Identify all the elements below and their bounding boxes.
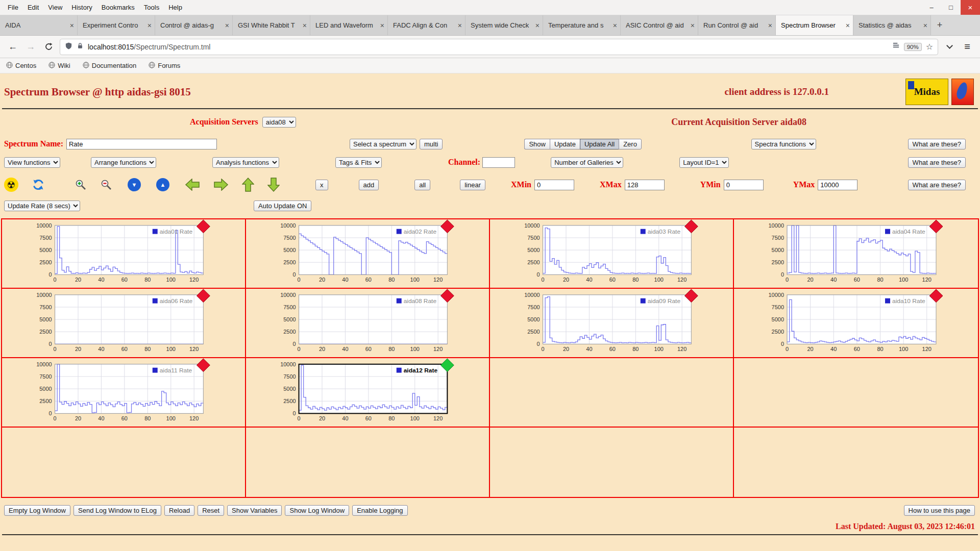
spectrum-plot[interactable]: 025005000750010000020406080100120 aida03…: [490, 219, 733, 288]
lock-icon[interactable]: [77, 42, 84, 52]
shield-icon[interactable]: [65, 42, 72, 52]
url-bar[interactable]: localhost:8015/Spectrum/Spectrum.tml 90%…: [60, 39, 938, 55]
arrow-left-icon[interactable]: [185, 179, 200, 191]
url-text[interactable]: localhost:8015/Spectrum/Spectrum.tml: [88, 43, 888, 51]
library-chevron-icon[interactable]: [943, 45, 956, 48]
tab-close-icon[interactable]: ×: [380, 21, 384, 30]
menu-bookmarks[interactable]: Bookmarks: [97, 4, 139, 11]
log-button-show-log-window[interactable]: Show Log Window: [285, 505, 349, 516]
arrow-up-icon[interactable]: [242, 177, 254, 192]
menu-file[interactable]: File: [3, 4, 23, 11]
bookmark-centos[interactable]: Centos: [6, 62, 36, 70]
spectrum-cell-aida06[interactable]: 025005000750010000020406080100120 aida06…: [2, 289, 246, 358]
show-button[interactable]: Show: [524, 139, 550, 149]
log-button-reset[interactable]: Reset: [198, 505, 224, 516]
spectrum-plot[interactable]: 025005000750010000020406080100120 aida02…: [246, 219, 489, 288]
spectra-functions-dropdown[interactable]: Spectra functions: [751, 139, 816, 149]
zoom-in-icon[interactable]: [75, 179, 87, 191]
reader-view-icon[interactable]: [892, 42, 900, 52]
back-icon[interactable]: ←: [6, 41, 19, 52]
what-are-these-button-3[interactable]: What are these?: [908, 180, 966, 190]
tcl-powered-logo[interactable]: [951, 79, 974, 105]
tab-close-icon[interactable]: ×: [691, 21, 695, 30]
tab-statistics-aidas[interactable]: Statistics @ aidas×: [853, 15, 931, 35]
view-functions-dropdown[interactable]: View functions: [4, 157, 60, 168]
spectrum-cell-aida01[interactable]: 025005000750010000020406080100120 aida01…: [2, 219, 246, 289]
linear-button[interactable]: linear: [460, 180, 485, 190]
menu-help[interactable]: Help: [164, 4, 187, 11]
tags-fits-dropdown[interactable]: Tags & Fits: [335, 157, 382, 168]
menu-tools[interactable]: Tools: [139, 4, 164, 11]
bookmark-star-icon[interactable]: ☆: [926, 42, 933, 52]
tab-led-and-waveform[interactable]: LED and Waveform×: [310, 15, 388, 35]
zoom-indicator[interactable]: 90%: [904, 43, 922, 51]
tab-temperature-and-s[interactable]: Temperature and s×: [543, 15, 621, 35]
menu-history[interactable]: History: [67, 4, 96, 11]
multi-button[interactable]: multi: [420, 139, 443, 149]
menu-edit[interactable]: Edit: [23, 4, 43, 11]
spectrum-cell-aida02[interactable]: 025005000750010000020406080100120 aida02…: [246, 219, 490, 289]
spectrum-plot[interactable]: 025005000750010000020406080100120 aida01…: [2, 219, 245, 288]
what-are-these-button-1[interactable]: What are these?: [908, 139, 966, 149]
update-all-button[interactable]: Update All: [580, 139, 619, 149]
close-window-button[interactable]: ×: [961, 0, 980, 15]
radiation-icon[interactable]: ☢: [4, 178, 18, 192]
tab-control-aidas-g[interactable]: Control @ aidas-g×: [155, 15, 233, 35]
arrange-functions-dropdown[interactable]: Arrange functions: [91, 157, 156, 168]
spectrum-plot[interactable]: 025005000750010000020406080100120 aida04…: [734, 219, 978, 288]
spectrum-plot[interactable]: 025005000750010000020406080100120 aida06…: [2, 289, 245, 357]
spectrum-cell-aida10[interactable]: 025005000750010000020406080100120 aida10…: [734, 289, 978, 358]
tab-fadc-align-con[interactable]: FADC Align & Con×: [388, 15, 465, 35]
arrow-down-icon[interactable]: [267, 177, 280, 192]
tab-system-wide-check[interactable]: System wide Check×: [465, 15, 543, 35]
spectrum-cell-aida03[interactable]: 025005000750010000020406080100120 aida03…: [490, 219, 734, 289]
reload-icon[interactable]: [42, 42, 55, 51]
spectrum-plot[interactable]: 025005000750010000020406080100120 aida08…: [246, 289, 489, 357]
tab-run-control-aid[interactable]: Run Control @ aid×: [698, 15, 776, 35]
log-button-show-variables[interactable]: Show Variables: [227, 505, 282, 516]
tab-aida[interactable]: AIDA×: [0, 15, 78, 35]
analysis-functions-dropdown[interactable]: Analysis functions: [212, 157, 279, 168]
tab-close-icon[interactable]: ×: [613, 21, 617, 30]
acquisition-server-select[interactable]: aida08: [262, 117, 296, 128]
update-rate-dropdown[interactable]: Update Rate (8 secs): [4, 201, 80, 211]
tab-asic-control-aid[interactable]: ASIC Control @ aid×: [621, 15, 698, 35]
x-button[interactable]: x: [315, 180, 328, 190]
all-button[interactable]: all: [414, 180, 430, 190]
auto-update-button[interactable]: Auto Update ON: [254, 201, 311, 211]
channel-input[interactable]: [482, 157, 515, 168]
tab-close-icon[interactable]: ×: [225, 21, 229, 30]
update-button[interactable]: Update: [550, 139, 580, 149]
tab-close-icon[interactable]: ×: [303, 21, 307, 30]
tab-close-icon[interactable]: ×: [846, 21, 850, 30]
log-button-send-log-window-to-elog[interactable]: Send Log Window to ELog: [74, 505, 161, 516]
log-button-empty-log-window[interactable]: Empty Log Window: [4, 505, 70, 516]
xmax-input[interactable]: [625, 180, 665, 190]
how-to-use-button[interactable]: How to use this page: [904, 505, 975, 516]
number-of-galleries-dropdown[interactable]: Number of Galleries: [551, 157, 623, 168]
zero-button[interactable]: Zero: [619, 139, 642, 149]
ymin-input[interactable]: [724, 180, 764, 190]
spectrum-plot[interactable]: 025005000750010000020406080100120 aida10…: [734, 289, 978, 357]
spectrum-cell-aida09[interactable]: 025005000750010000020406080100120 aida09…: [490, 289, 734, 358]
circle-down-arrow-icon[interactable]: ▼: [128, 178, 141, 191]
tab-experiment-contro[interactable]: Experiment Contro×: [78, 15, 155, 35]
new-tab-button[interactable]: +: [931, 15, 948, 35]
bookmark-documentation[interactable]: Documentation: [83, 62, 136, 70]
bookmark-forums[interactable]: Forums: [149, 62, 180, 70]
forward-icon[interactable]: →: [24, 41, 37, 52]
add-button[interactable]: add: [359, 180, 379, 190]
tab-spectrum-browser[interactable]: Spectrum Browser×: [776, 15, 853, 35]
spectrum-plot[interactable]: 025005000750010000020406080100120 aida09…: [490, 289, 733, 357]
spectrum-name-input[interactable]: [66, 139, 217, 149]
tab-gsi-white-rabbit-t[interactable]: GSI White Rabbit T×: [233, 15, 310, 35]
spectrum-cell-aida11[interactable]: 025005000750010000020406080100120 aida11…: [2, 358, 246, 428]
spectrum-cell-aida08[interactable]: 025005000750010000020406080100120 aida08…: [246, 289, 490, 358]
log-button-enable-logging[interactable]: Enable Logging: [352, 505, 407, 516]
maximize-window-button[interactable]: □: [941, 0, 961, 15]
spectrum-cell-aida12[interactable]: 025005000750010000020406080100120 aida12…: [246, 358, 490, 428]
tab-close-icon[interactable]: ×: [768, 21, 772, 30]
tab-close-icon[interactable]: ×: [458, 21, 462, 30]
log-button-reload[interactable]: Reload: [164, 505, 194, 516]
menu-view[interactable]: View: [43, 4, 67, 11]
